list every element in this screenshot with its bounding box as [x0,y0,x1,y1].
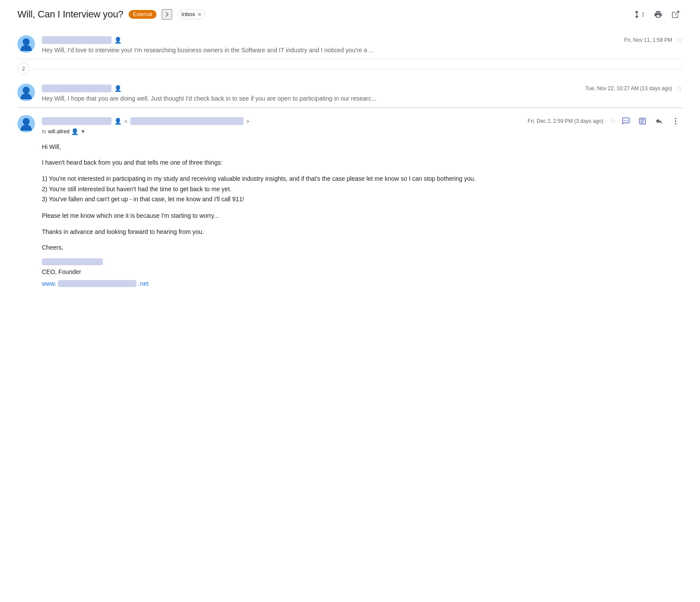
timestamp-1: Fri, Nov 11, 1:58 PM [624,37,672,43]
forward-to-inbox-button[interactable] [162,9,172,20]
svg-rect-2 [624,120,625,121]
inbox-tag-label: Inbox [181,11,195,17]
message-content-2: 👤 Tue, Nov 22, 10:27 AM (13 days ago) ☆ … [42,84,683,102]
external-badge: External [129,10,156,19]
message-header-row-2: 👤 Tue, Nov 22, 10:27 AM (13 days ago) ☆ [42,84,683,93]
signature-url-wrapper: www. .net [42,279,676,288]
reply-button-3[interactable] [652,115,666,127]
signature-name [42,258,103,265]
url-suffix: .net [138,279,148,288]
avatar-silhouette-3 [17,115,35,132]
avatar-silhouette-2 [17,84,35,101]
to-name: will.allred [48,129,69,135]
message-item-2[interactable]: 👤 Tue, Nov 22, 10:27 AM (13 days ago) ☆ … [17,78,683,108]
count-bubble[interactable]: 2 [17,63,30,75]
avatar-silhouette-1 [17,35,35,53]
avatar-2 [17,84,35,101]
message-preview-1: Hey Will, I'd love to interview you! I'm… [42,47,683,54]
signature: CEO, Founder www. .net [42,258,676,288]
more-options-button-3[interactable] [669,115,683,127]
to-dropdown-arrow[interactable]: ▼ [80,129,85,135]
email-thread-container: Will, Can I Interview you? External Inbo… [0,0,700,295]
avatar-3 [17,115,35,132]
sender-name-2 [42,85,112,92]
thread-title-row: Will, Can I Interview you? External Inbo… [17,9,630,20]
svg-rect-4 [627,120,629,121]
sender-person-icon-1: 👤 [114,37,122,44]
body-list-item-3: 3) You've fallen and can't get up - in t… [42,194,676,205]
message-header-row-1: 👤 Fri, Nov 11, 1:58 PM ☆ [42,35,683,45]
svg-rect-3 [625,120,627,121]
body-greeting: Hi Will, [42,142,676,152]
chat-icon-button[interactable] [619,115,633,127]
body-thanks: Thanks in advance and looking forward to… [42,227,676,237]
sender-name-3 [42,117,112,125]
sender-person-icon-3: 👤 [114,118,122,125]
body-list-item-1: 1) You're not interested in participatin… [42,174,676,184]
collapsed-count: 2 [17,59,683,78]
thread-header-actions: ↕ [630,7,683,21]
url-prefix: www. [42,279,56,288]
print-button[interactable] [651,7,665,21]
message-content-1: 👤 Fri, Nov 11, 1:58 PM ☆ Hey Will, I'd l… [42,35,683,54]
message-preview-2: Hey Will, I hope that you are doing well… [42,95,683,102]
timestamp-2: Tue, Nov 22, 10:27 AM (13 days ago) [585,85,672,91]
star-button-2[interactable]: ☆ [672,84,683,93]
star-button-3[interactable]: ☆ [606,116,616,126]
to-label: to [42,129,46,135]
body-list-item-2: 2) You're still interested but haven't h… [42,184,676,195]
collapsed-line [33,69,683,69]
svg-point-6 [675,120,676,122]
sender-info-2: 👤 [42,85,122,92]
svg-line-1 [675,11,679,15]
person-body-icon [20,45,32,51]
timestamp-3: Fri, Dec 2, 2:59 PM (3 days ago) [528,118,603,124]
sender-person-icon-2: 👤 [114,85,122,92]
recipient-person-icon: 👤 [71,128,78,135]
thread-header: Will, Can I Interview you? External Inbo… [17,0,683,27]
person-head-icon-3 [23,118,30,125]
sort-button[interactable]: ↕ [630,7,648,21]
message-item-1[interactable]: 👤 Fri, Nov 11, 1:58 PM ☆ Hey Will, I'd l… [17,30,683,59]
message-body-3: Hi Will, I haven't heard back from you a… [17,142,683,288]
thread-title: Will, Can I Interview you? [17,9,123,20]
inbox-tag[interactable]: Inbox × [177,10,205,19]
sender-email-3 [130,117,244,125]
message-list: 👤 Fri, Nov 11, 1:58 PM ☆ Hey Will, I'd l… [17,27,683,295]
person-head-icon [23,38,30,45]
person-body-icon-3 [20,125,32,131]
sender-info-1: 👤 [42,36,122,44]
svg-point-5 [675,118,676,119]
person-body-icon-2 [20,93,32,99]
open-new-window-button[interactable] [669,7,683,21]
signature-url-blur [58,280,136,287]
message-item-3: 👤 < > Fri, Dec 2, 2:59 PM (3 days ago) ☆ [17,108,683,295]
body-worry: Please let me know which one it is becau… [42,211,676,220]
signature-title: CEO, Founder [42,267,676,277]
message-header-row-3: 👤 < > Fri, Dec 2, 2:59 PM (3 days ago) ☆ [42,115,683,127]
to-line: to will.allred 👤 ▼ [42,128,683,135]
body-list: 1) You're not interested in participatin… [42,174,676,205]
sender-info-3: 👤 < > [42,117,249,125]
notes-icon-button[interactable] [635,115,649,127]
body-cheers: Cheers, [42,243,676,252]
star-button-1[interactable]: ☆ [672,35,683,45]
svg-point-7 [675,123,676,124]
body-intro: I haven't heard back from you and that t… [42,158,676,167]
avatar-1 [17,35,35,53]
person-head-icon-2 [23,87,30,94]
inbox-tag-close[interactable]: × [198,11,201,18]
sender-name-1 [42,36,112,44]
